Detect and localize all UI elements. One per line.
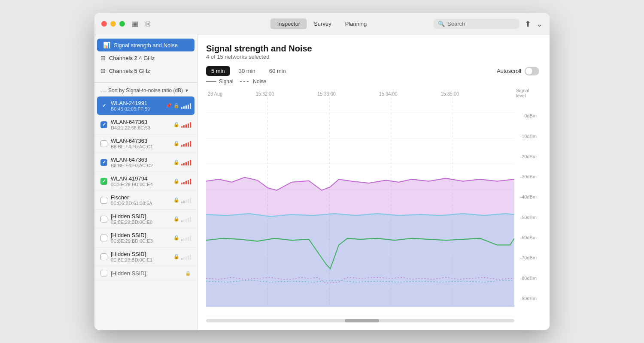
bar-1-3: [185, 124, 187, 128]
autoscroll-label: Autoscroll: [497, 68, 521, 74]
network-list: ✓ WLAN-241991 B0:45:02:05:FF:59 📌 🔒: [94, 96, 197, 330]
signal-bars-1: [181, 122, 191, 128]
search-icon: 🔍: [438, 21, 445, 27]
scrollbar-track[interactable]: [206, 319, 514, 322]
sidebar-item-signal-noise[interactable]: 📊 Signal strength and Noise: [97, 39, 194, 51]
tab-inspector[interactable]: Inspector: [270, 18, 307, 29]
network-badges-6: 🔒: [173, 216, 191, 222]
network-badges-wlan-241991: 📌 🔒: [166, 103, 191, 109]
network-name-7: [Hidden SSID]: [111, 232, 170, 238]
network-checkbox-7[interactable]: [100, 235, 107, 241]
network-item-hidden-1[interactable]: [Hidden SSID] 0E:8E:29:BD:0C:E0 🔒: [94, 210, 197, 229]
b6-4: [188, 218, 189, 222]
lock-icon-4: 🔒: [173, 178, 179, 184]
bar-chart-icon[interactable]: ▦: [132, 20, 138, 28]
network-name-3: WLAN-647363: [111, 156, 170, 163]
network-mac-6: 0E:8E:29:BD:0C:E0: [111, 220, 170, 225]
network-item-wlan-647363-2[interactable]: WLAN-647363 B8:BE:F4:F0:AC:C1 🔒: [94, 134, 197, 153]
network-info-wlan-241991: WLAN-241991 B0:45:02:05:FF:59: [111, 100, 162, 111]
chart-svg: 28 Aug 15:32:00 15:33:00 15:34:00 15:35:…: [206, 88, 514, 316]
close-button[interactable]: [101, 21, 107, 27]
svg-text:15:34:00: 15:34:00: [379, 90, 398, 96]
sidebar: 📊 Signal strength and Noise ⊞ Channels 2…: [94, 35, 197, 330]
b7-4: [188, 237, 189, 241]
network-info-8: [Hidden SSID] 0E:8E:29:BD:0C:E1: [111, 251, 170, 262]
lock-icon-5: 🔒: [173, 197, 179, 203]
network-item-wlan-647363-1[interactable]: ✓ WLAN-647363 D4:21:22:66:6C:53 🔒: [94, 115, 197, 134]
network-checkbox-wlan-241991[interactable]: ✓: [100, 102, 107, 109]
scrollbar-thumb[interactable]: [345, 319, 379, 322]
minimize-button[interactable]: [110, 21, 116, 27]
time-btn-60min[interactable]: 60 min: [264, 66, 291, 76]
lock-icon-2: 🔒: [173, 141, 179, 146]
grid-icon[interactable]: ⊞: [145, 20, 151, 28]
b3-2: [183, 163, 185, 165]
main-window: ▦ ⊞ Inspector Survey Planning 🔍 ⬆ ⌄ 📊 Si…: [94, 13, 550, 330]
network-name-5: Fischer: [111, 194, 170, 201]
signal-bars-3: [181, 159, 191, 165]
network-checkbox-8[interactable]: [100, 253, 107, 260]
sort-bar[interactable]: — Sort by Signal-to-noise ratio (dB) ▾: [94, 84, 197, 96]
autoscroll-toggle[interactable]: [525, 67, 539, 75]
b3-4: [188, 161, 189, 165]
tab-survey[interactable]: Survey: [307, 18, 338, 29]
network-item-wlan-241991[interactable]: ✓ WLAN-241991 B0:45:02:05:FF:59 📌 🔒: [97, 96, 194, 115]
network-item-hidden-3[interactable]: [Hidden SSID] 0E:8E:29:BD:0C:E1 🔒: [94, 247, 197, 266]
sidebar-divider: [94, 82, 197, 83]
legend-signal-line: [206, 81, 216, 82]
time-btn-5min[interactable]: 5 min: [206, 66, 230, 76]
network-name-4: WLAN-419794: [111, 175, 170, 182]
sidebar-item-channels-24[interactable]: ⊞ Channels 2.4 GHz: [94, 51, 197, 64]
search-input[interactable]: [447, 21, 515, 27]
bar-1-4: [188, 123, 189, 128]
b2-3: [185, 143, 187, 147]
network-name-9: [Hidden SSID]: [111, 270, 182, 277]
tab-planning[interactable]: Planning: [338, 18, 374, 29]
network-badges-7: 🔒: [173, 235, 191, 241]
y-label-8: -80dBm: [520, 276, 537, 281]
network-item-fischer[interactable]: Fischer 0C:D6:BD:61:38:5A 🔒: [94, 191, 197, 210]
network-badges-5: 🔒: [173, 197, 191, 203]
chart-main: 28 Aug 15:32:00 15:33:00 15:34:00 15:35:…: [206, 88, 514, 316]
b7-2: [183, 238, 185, 241]
network-checkbox-3[interactable]: ✓: [100, 159, 107, 166]
upload-icon[interactable]: ⬆: [525, 19, 531, 29]
sort-label: Sort by Signal-to-noise ratio (dB): [108, 87, 183, 93]
maximize-button[interactable]: [119, 21, 125, 27]
signal-bars-4: [181, 178, 191, 184]
y-label-7: -70dBm: [520, 255, 537, 260]
b5-2: [183, 201, 185, 203]
network-badges-8: 🔒: [173, 254, 191, 260]
checkmark-icon-4: ✓: [102, 178, 106, 184]
bar-1-5: [190, 122, 191, 128]
b5-4: [188, 199, 189, 203]
network-checkbox-4[interactable]: ✓: [100, 178, 107, 185]
b5-5: [190, 198, 191, 203]
network-item-hidden-4[interactable]: [Hidden SSID] 🔒: [94, 266, 197, 280]
b2-2: [183, 144, 185, 147]
network-item-hidden-2[interactable]: [Hidden SSID] 0C:8E:29:BD:0C:E3 🔒: [94, 229, 197, 247]
network-checkbox-1[interactable]: ✓: [100, 121, 107, 128]
svg-text:15:32:00: 15:32:00: [256, 90, 274, 96]
network-item-wlan-419794[interactable]: ✓ WLAN-419794 0C:8E:29:BD:0C:E4 🔒: [94, 172, 197, 191]
bar-chart-sidebar-icon: 📊: [103, 42, 110, 48]
y-label-9: -90dBm: [520, 296, 537, 301]
network-item-wlan-647363-3[interactable]: ✓ WLAN-647363 B8:BE:F4:F0:AC:C2 🔒: [94, 153, 197, 172]
search-bar[interactable]: 🔍: [434, 19, 519, 29]
b8-4: [188, 256, 189, 260]
time-btn-30min[interactable]: 30 min: [234, 66, 261, 76]
network-checkbox-6[interactable]: [100, 216, 107, 223]
network-mac-3: B8:BE:F4:F0:AC:C2: [111, 163, 170, 168]
network-checkbox-5[interactable]: [100, 197, 107, 204]
titlebar-right: 🔍 ⬆ ⌄: [434, 19, 543, 29]
network-checkbox-9[interactable]: [100, 270, 107, 277]
titlebar: ▦ ⊞ Inspector Survey Planning 🔍 ⬆ ⌄: [94, 13, 550, 35]
sidebar-item-channels-5[interactable]: ⊞ Channels 5 GHz: [94, 64, 197, 77]
toolbar-icons: ▦ ⊞: [132, 20, 151, 28]
lock-icon-3: 🔒: [173, 159, 179, 165]
network-mac-8: 0E:8E:29:BD:0C:E1: [111, 257, 170, 262]
chevron-down-icon[interactable]: ⌄: [536, 19, 543, 29]
network-mac-7: 0C:8E:29:BD:0C:E3: [111, 238, 170, 244]
network-checkbox-2[interactable]: [100, 140, 107, 147]
y-label-0: 0dBm: [524, 113, 537, 118]
